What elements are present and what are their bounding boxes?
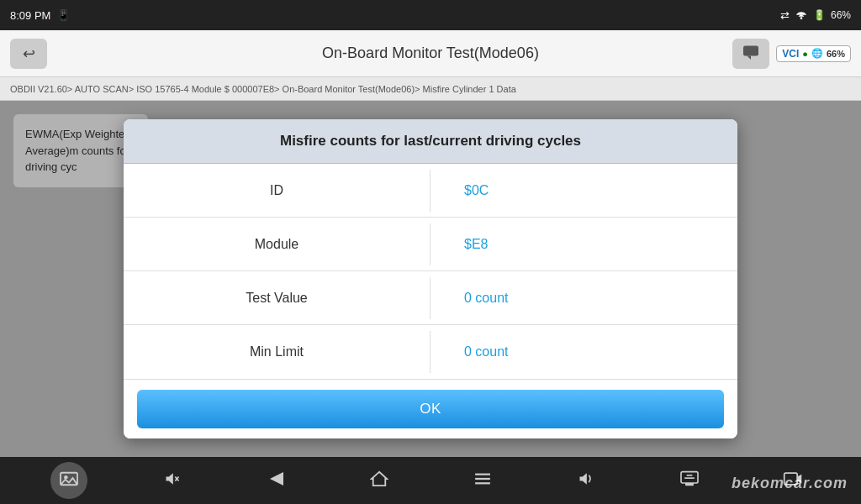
row-label-test-value: Test Value xyxy=(124,277,430,319)
nav-vol-up-button[interactable] xyxy=(568,464,605,497)
table-row: Test Value 0 count xyxy=(124,271,737,325)
battery-percent: 66% xyxy=(831,9,851,21)
row-value-module: $E8 xyxy=(430,223,737,265)
svg-rect-14 xyxy=(685,483,694,486)
toolbar: ↩ On-Board Monitor Test(Mode06) VCI ● 🌐 … xyxy=(0,30,861,77)
svg-marker-4 xyxy=(166,473,172,484)
home-icon xyxy=(370,470,388,491)
network-icon: ● xyxy=(802,49,808,59)
chat-icon xyxy=(742,45,760,63)
globe-icon: 🌐 xyxy=(811,48,823,59)
gallery-icon xyxy=(60,470,78,491)
dialog-title: Misfire counts for last/current driving … xyxy=(124,119,737,164)
nav-vol-down-button[interactable] xyxy=(154,464,191,497)
svg-point-3 xyxy=(64,475,68,479)
nav-home-button[interactable] xyxy=(361,464,398,497)
dialog-overlay: Misfire counts for last/current driving … xyxy=(0,101,861,457)
row-label-module: Module xyxy=(124,223,430,265)
table-row: Min Limit 0 count xyxy=(124,325,737,379)
obd-scan-icon xyxy=(679,470,700,491)
wifi-icon xyxy=(795,8,808,23)
row-value-id: $0C xyxy=(430,170,737,212)
svg-marker-1 xyxy=(747,55,752,60)
watermark: bekomcar.com xyxy=(732,475,848,492)
time-display: 8:09 PM xyxy=(10,9,50,22)
triangle-back-icon xyxy=(268,470,283,491)
table-row: ID $0C xyxy=(124,164,737,218)
dialog-body: ID $0C Module $E8 Test Value 0 count Min… xyxy=(124,164,737,379)
row-value-min-limit: 0 count xyxy=(430,331,737,373)
svg-marker-7 xyxy=(270,472,283,486)
device-icon: 📱 xyxy=(57,9,70,21)
chat-button[interactable] xyxy=(732,39,769,69)
battery-icon: 🔋 xyxy=(813,9,826,21)
page-title: On-Board Monitor Test(Mode06) xyxy=(322,45,539,62)
vci-label: VCI xyxy=(782,48,799,60)
svg-marker-12 xyxy=(579,473,586,484)
back-button[interactable]: ↩ xyxy=(10,39,47,69)
row-value-test-value: 0 count xyxy=(430,277,737,319)
nav-scan-button[interactable] xyxy=(671,464,708,497)
nav-menu-button[interactable] xyxy=(464,464,501,497)
row-label-min-limit: Min Limit xyxy=(124,331,430,373)
dialog-box: Misfire counts for last/current driving … xyxy=(124,119,737,438)
volume-up-icon xyxy=(577,470,595,491)
nav-back-button[interactable] xyxy=(257,464,294,497)
volume-down-icon xyxy=(163,470,182,491)
nav-gallery-button[interactable] xyxy=(50,462,87,499)
row-label-id: ID xyxy=(124,170,430,212)
ok-button[interactable]: OK xyxy=(137,390,724,428)
battery-pct-toolbar: 66% xyxy=(827,49,845,59)
back-icon: ↩ xyxy=(23,45,35,63)
status-bar: 8:09 PM 📱 ⇄ 🔋 66% xyxy=(0,0,861,30)
signal-icon: ⇄ xyxy=(780,9,790,22)
vci-status: VCI ● 🌐 66% xyxy=(776,45,851,62)
svg-marker-8 xyxy=(371,471,386,485)
svg-rect-0 xyxy=(743,45,758,55)
bottom-nav-bar: bekomcar.com xyxy=(0,457,861,504)
breadcrumb: OBDII V21.60> AUTO SCAN> ISO 15765-4 Mod… xyxy=(0,77,861,101)
breadcrumb-text: OBDII V21.60> AUTO SCAN> ISO 15765-4 Mod… xyxy=(10,84,516,94)
table-row: Module $E8 xyxy=(124,218,737,271)
dialog-footer: OK xyxy=(124,379,737,438)
menu-icon xyxy=(473,472,492,490)
